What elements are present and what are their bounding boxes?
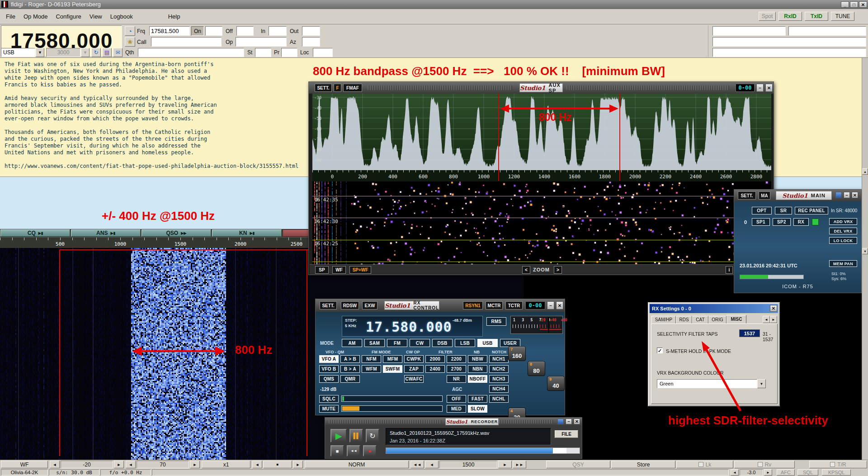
playback-progress[interactable] [386,447,580,454]
mode-sam-button[interactable]: SAM [364,339,385,347]
loc-input[interactable] [313,48,333,57]
agc-fast-button[interactable]: FAST [468,395,487,403]
menu-help[interactable]: Help [164,12,184,21]
aux-sett-button[interactable]: SETT. [315,84,332,92]
recorder-titlebar[interactable]: Studio1 RECORDER – ✕ [325,418,582,426]
mode-lsb-button[interactable]: LSB [455,339,475,347]
menu-configure[interactable]: Configure [52,12,85,21]
sync-icon[interactable]: ↻ [91,48,101,57]
serial-in-field[interactable] [269,26,287,36]
loop-button[interactable]: ↻ [366,429,379,443]
rxc-tctr-button[interactable]: TCTR [505,301,523,309]
aux-sp-view-button[interactable]: SP [315,266,329,274]
aux-zoom-in-button[interactable]: > [554,266,562,274]
main-lo-lock-button[interactable]: LO LOCK [829,237,857,244]
frq-input[interactable]: 17581.500 [149,26,190,36]
rx-settings-close-icon[interactable]: ✕ [770,305,777,312]
volume-slider[interactable] [341,405,443,412]
mode-select[interactable]: USB [1,48,35,57]
stop-button[interactable]: ■ [330,445,344,457]
keypad-80[interactable]: 880 [528,361,545,376]
agc-med-button[interactable]: MED [447,405,466,413]
keypad-160[interactable]: 7160 [508,346,526,361]
mode-dsb-button[interactable]: DSB [432,339,453,347]
filter-2700-button[interactable]: 2700 [447,365,466,373]
slew-left-icon[interactable]: ◄ [252,461,262,468]
swfm-button[interactable]: SWFM [383,365,402,373]
carrier-inc-icon[interactable]: ► [498,461,512,468]
notes-field-4[interactable] [712,48,866,57]
range-inc-icon[interactable]: ► [190,461,200,468]
smeter-hold-checkbox[interactable]: ✓ [657,347,663,353]
recorder-minimize-icon[interactable]: – [566,419,572,424]
carrier-ffdec-icon[interactable]: ◄◄ [410,461,424,468]
macro-kn-button[interactable]: KN▶▮ [212,229,282,237]
nboff-button[interactable]: NBOFF [468,375,487,383]
lock-toggle[interactable]: Lk [676,461,733,468]
vrx-colour-select[interactable]: Green [657,379,757,388]
upper-signal-inc-icon[interactable]: ► [114,461,124,468]
main-sp2-button[interactable]: SP2 [773,218,791,226]
scrollbar-down-icon[interactable]: ▼ [862,248,868,254]
carrier-dec-icon[interactable]: ◄ [425,461,439,468]
afc-toggle[interactable]: AFC [777,469,795,476]
wfm-button[interactable]: WFM [362,365,381,373]
macro-ans-button[interactable]: ANS▶▮ [71,229,141,237]
play-button[interactable]: ▶ [330,429,347,443]
mode-fm-button[interactable]: FM [387,339,407,347]
main-rx-button[interactable]: RX [793,218,809,226]
main-minimize-icon[interactable]: – [844,192,850,198]
rxc-mctr-button[interactable]: MCTR [486,301,503,309]
txrx-toggle[interactable]: T/R [809,461,867,468]
squelch-slider[interactable] [341,395,443,402]
afc-offset-inc-icon[interactable]: ► [764,469,772,476]
on-time-field[interactable] [205,26,222,36]
file-button[interactable]: FILE [555,430,578,438]
recorder-close-icon[interactable]: ✕ [574,419,580,424]
notes-field-3[interactable] [712,37,866,47]
nr-button[interactable]: NR [447,375,466,383]
cwafc-button[interactable]: CWAFC [404,375,424,383]
agc-off-button[interactable]: OFF [447,395,466,403]
zoom-scale-button[interactable]: x1 [202,461,250,468]
menu-file[interactable]: File [2,12,19,21]
main-titlebar[interactable]: SETT. MA Studio1 MAIN – ✕ [734,190,861,201]
range-dec-icon[interactable]: ◄ [126,461,136,468]
qso-query-icon[interactable]: ◔ [125,26,135,36]
tab-cat[interactable]: CAT [692,316,708,324]
logbook-icon[interactable]: ▤ [102,48,112,57]
nch4-button[interactable]: NCH4 [489,385,509,393]
wf-mode-button[interactable]: WF [1,461,48,468]
az-input[interactable] [302,37,320,47]
rxc-close-icon[interactable]: ✕ [556,301,563,309]
on-button[interactable]: On [191,26,204,36]
filter-2400-button[interactable]: 2400 [425,365,445,373]
main-ma-button[interactable]: MA [759,191,770,200]
filter-2200-button[interactable]: 2200 [447,355,466,363]
a-gt-b-button[interactable]: A > B [340,355,360,363]
rxc-rsyn1-button[interactable]: RSYN1 [463,301,483,309]
main-sett-button[interactable]: SETT. [738,191,756,200]
status-mode[interactable]: Olivia-64-2K [1,469,48,476]
bandwidth-select[interactable]: 3000 [46,48,80,57]
spot-button[interactable]: Spot [759,12,776,21]
keypad-40[interactable]: 940 [547,376,565,391]
nbw-button[interactable]: NBW [468,355,487,363]
aux-zoom-out-button[interactable]: < [522,266,530,274]
cwpk-button[interactable]: CWPK [404,355,424,363]
qsy-button[interactable]: QSY [546,461,610,468]
store-button[interactable]: Store [611,461,675,468]
mode-am-button[interactable]: AM [342,339,362,347]
serial-out-field[interactable] [302,26,320,36]
tab-orig[interactable]: ORIG [708,316,726,324]
notes-field-2[interactable] [788,26,866,36]
notes-field-1[interactable] [712,26,786,36]
txid-button[interactable]: TxID [805,12,828,21]
nfm-button[interactable]: NFM [362,355,381,363]
main-add-vrx-button[interactable]: ADD VRX [829,218,857,225]
qmr-button[interactable]: QMR [340,375,360,383]
afc-offset-value[interactable]: -3.0 [740,469,763,476]
mode-cw-button[interactable]: CW [410,339,430,347]
off-time-field[interactable] [236,26,254,36]
sqlc-button[interactable]: SQLC [319,395,339,403]
